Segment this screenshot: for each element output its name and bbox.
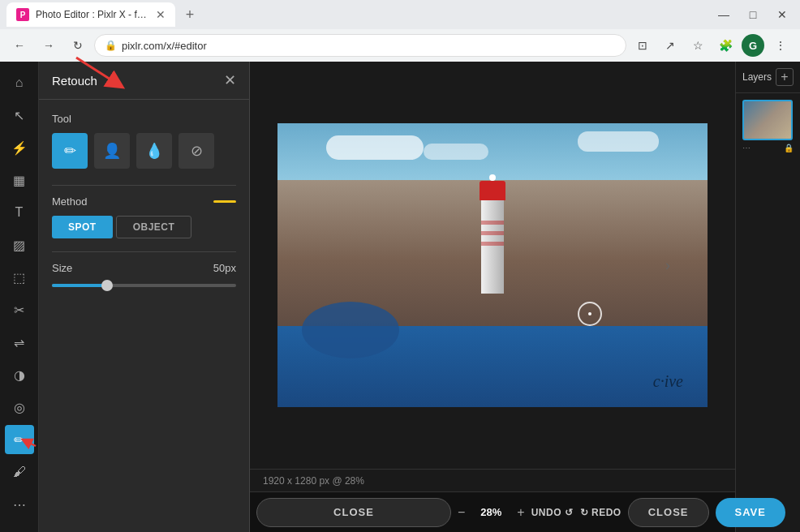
url-text: pixlr.com/x/#editor	[122, 40, 207, 52]
layer-options-button[interactable]: ⋯	[742, 144, 751, 152]
cloud-1	[326, 135, 424, 160]
tool-crop[interactable]: ⬚	[5, 263, 34, 292]
tool-section-label: Tool	[52, 113, 236, 125]
tab-close-button[interactable]: ✕	[156, 8, 166, 21]
maximize-button[interactable]: □	[742, 3, 764, 26]
stripe-2	[481, 231, 504, 235]
method-object-tab[interactable]: OBJECT	[116, 216, 192, 238]
tool-erase-button[interactable]: ⊘	[178, 133, 214, 169]
status-bar: 1920 x 1280 px @ 28%	[250, 469, 735, 491]
profile-icon: G	[740, 32, 766, 58]
left-toolbar: ⌂ ↖ ⚡ ▦ T ▨ ⬚ ✂ ⇌ ◑ ◎ ✏ 🖌 ⋯	[0, 62, 39, 532]
profile-avatar[interactable]: G	[742, 34, 764, 57]
tab-favicon: P	[16, 8, 29, 21]
stripe-1	[481, 221, 504, 225]
stripe-3	[481, 242, 504, 246]
nav-actions: ⊡ ↗ ☆ 🧩 G ⋮	[630, 32, 794, 58]
tool-person-button[interactable]: 👤	[94, 133, 130, 169]
layers-header: Layers +	[736, 62, 800, 93]
zoom-out-button[interactable]: −	[458, 505, 465, 520]
retouch-cursor	[578, 302, 602, 326]
tool-slice[interactable]: ▦	[5, 165, 34, 195]
menu-button[interactable]: ⋮	[768, 32, 794, 58]
method-header: Method	[52, 195, 236, 208]
lock-icon: 🔒	[105, 40, 117, 51]
new-tab-button[interactable]: +	[178, 3, 201, 26]
size-row: Size 50px	[52, 262, 236, 274]
cloud-2	[424, 144, 488, 160]
close-right-button[interactable]: CLOSE	[628, 498, 709, 527]
zoom-in-button[interactable]: +	[517, 505, 524, 520]
address-bar[interactable]: 🔒 pixlr.com/x/#editor	[94, 34, 626, 57]
retouch-panel: Retouch ✕ Tool ✏ 👤 💧 ⊘ Method SPOT	[39, 62, 250, 532]
panel-content: Tool ✏ 👤 💧 ⊘ Method SPOT OBJECT	[39, 100, 249, 532]
save-button[interactable]: SAVE	[716, 498, 785, 527]
panel-close-button[interactable]: ✕	[224, 71, 236, 89]
tool-text[interactable]: T	[5, 198, 34, 227]
browser-chrome: P Photo Editor : Pixlr X - free im... ✕ …	[0, 0, 800, 62]
zoom-value: 28%	[475, 506, 507, 518]
image-info: 1920 x 1280 px @ 28%	[263, 475, 364, 487]
layers-title: Layers	[742, 71, 772, 83]
tab-controls: — □ ✕	[712, 3, 794, 26]
layer-thumbnail[interactable]: ⋯ 🔒	[742, 100, 794, 152]
layer-lock-icon: 🔒	[784, 144, 794, 152]
right-panel: Layers + ⋯ 🔒	[735, 62, 800, 532]
zoom-controls: − 28% +	[458, 505, 525, 520]
app-container: ⌂ ↖ ⚡ ▦ T ▨ ⬚ ✂ ⇌ ◑ ◎ ✏ 🖌 ⋯	[0, 62, 800, 532]
divider-2	[52, 251, 236, 252]
method-spot-tab[interactable]: SPOT	[52, 216, 113, 238]
redo-button[interactable]: ↻ REDO	[580, 507, 622, 518]
undo-redo-controls: UNDO ↺ ↻ REDO	[531, 507, 622, 518]
undo-label: UNDO	[531, 507, 561, 518]
lighthouse-body	[481, 196, 504, 294]
tool-pattern[interactable]: ▨	[5, 230, 34, 260]
panel-header: Retouch ✕	[39, 62, 249, 100]
nav-bar: ← → ↻ 🔒 pixlr.com/x/#editor ⊡ ↗ ☆ 🧩 G ⋮	[0, 29, 800, 62]
size-slider[interactable]	[52, 284, 236, 287]
watermark: c·ive	[653, 372, 683, 391]
share-button[interactable]: ↗	[657, 32, 683, 58]
method-accent	[213, 200, 236, 203]
layer-thumb-image	[742, 100, 793, 140]
add-layer-button[interactable]: +	[776, 68, 794, 86]
slider-thumb[interactable]	[101, 280, 113, 291]
tool-icons-row: ✏ 👤 💧 ⊘	[52, 133, 236, 169]
tool-paint[interactable]: 🖌	[5, 457, 34, 487]
cast-button[interactable]: ⊡	[630, 32, 656, 58]
water-pool	[302, 302, 399, 358]
forward-button[interactable]: →	[36, 32, 62, 58]
divider-1	[52, 185, 236, 186]
tab-title: Photo Editor : Pixlr X - free im...	[36, 9, 149, 20]
tool-quick[interactable]: ⚡	[5, 133, 34, 162]
tool-more[interactable]: ⋯	[5, 490, 34, 519]
tab-bar: P Photo Editor : Pixlr X - free im... ✕ …	[0, 0, 800, 29]
refresh-button[interactable]: ↻	[65, 32, 91, 58]
bottom-toolbar: CLOSE − 28% + UNDO ↺ ↻ REDO CLOSE SAVE	[250, 491, 735, 532]
bookmark-button[interactable]: ☆	[685, 32, 711, 58]
tool-cut[interactable]: ✂	[5, 295, 34, 324]
tool-home[interactable]: ⌂	[5, 68, 34, 97]
canvas-image: c·ive	[277, 123, 708, 407]
extension-button[interactable]: 🧩	[712, 32, 738, 58]
method-section: Method SPOT OBJECT	[52, 195, 236, 238]
tool-drop-button[interactable]: 💧	[136, 133, 172, 169]
tool-select[interactable]: ↖	[5, 101, 34, 130]
close-left-button[interactable]: CLOSE	[256, 498, 451, 527]
tool-vignette[interactable]: ◎	[5, 393, 34, 422]
cloud-3	[578, 131, 659, 152]
window-close-button[interactable]: ✕	[771, 3, 794, 26]
back-button[interactable]: ←	[6, 32, 32, 58]
canvas-viewport[interactable]: c·ive ›	[250, 62, 735, 469]
panel-expand-button[interactable]: ›	[665, 257, 670, 274]
undo-icon: ↺	[565, 507, 574, 518]
tool-tone[interactable]: ◑	[5, 360, 34, 389]
minimize-button[interactable]: —	[712, 3, 735, 26]
lighthouse-top	[480, 181, 505, 200]
redo-label: REDO	[591, 507, 622, 518]
tool-brush-button[interactable]: ✏	[52, 133, 88, 169]
tool-retouch[interactable]: ✏	[5, 425, 34, 454]
tool-adjust[interactable]: ⇌	[5, 328, 34, 357]
browser-tab[interactable]: P Photo Editor : Pixlr X - free im... ✕	[6, 2, 175, 27]
undo-button[interactable]: UNDO ↺	[531, 507, 574, 518]
